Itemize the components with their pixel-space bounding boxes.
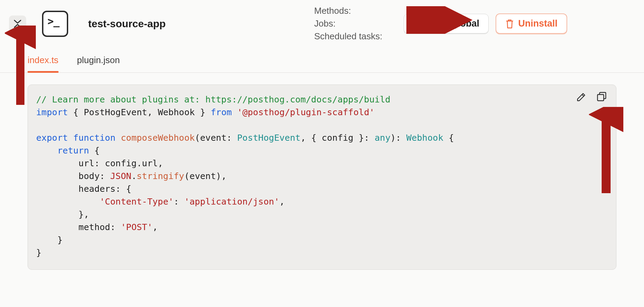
meta-methods-label: Methods:: [314, 6, 351, 16]
lock-open-icon: [413, 19, 422, 29]
chevron-up-icon: [14, 24, 21, 28]
meta-scheduled-label: Scheduled tasks:: [314, 31, 382, 42]
trash-icon: [505, 19, 514, 29]
code-panel: // Learn more about plugins at: https://…: [28, 85, 616, 270]
collapse-toggle[interactable]: [9, 16, 26, 32]
file-tabs: index.ts plugin.json: [0, 46, 644, 73]
app-title: test-source-app: [88, 18, 166, 30]
code-content: // Learn more about plugins at: https://…: [36, 93, 608, 259]
tab-plugin-json[interactable]: plugin.json: [77, 55, 120, 72]
svg-rect-3: [598, 95, 604, 101]
terminal-icon: >_: [48, 16, 59, 27]
pencil-icon: [575, 91, 587, 103]
make-global-label: Make global: [426, 18, 479, 29]
uninstall-button[interactable]: Uninstall: [496, 13, 567, 34]
make-global-button[interactable]: Make global: [404, 14, 489, 33]
plugin-meta: Methods: Jobs: Scheduled tasks:: [245, 6, 382, 42]
header-actions: Make global Uninstall: [404, 13, 567, 34]
plugin-header: >_ test-source-app Methods: Jobs: Schedu…: [0, 0, 644, 46]
tab-index-ts[interactable]: index.ts: [28, 55, 59, 72]
app-icon: >_: [42, 11, 68, 37]
svg-point-1: [417, 25, 418, 26]
chevron-down-icon: [14, 20, 21, 24]
uninstall-label: Uninstall: [518, 18, 558, 29]
copy-icon: [596, 91, 608, 103]
copy-button[interactable]: [595, 90, 609, 104]
edit-button[interactable]: [574, 90, 589, 104]
meta-jobs-label: Jobs:: [314, 18, 335, 29]
